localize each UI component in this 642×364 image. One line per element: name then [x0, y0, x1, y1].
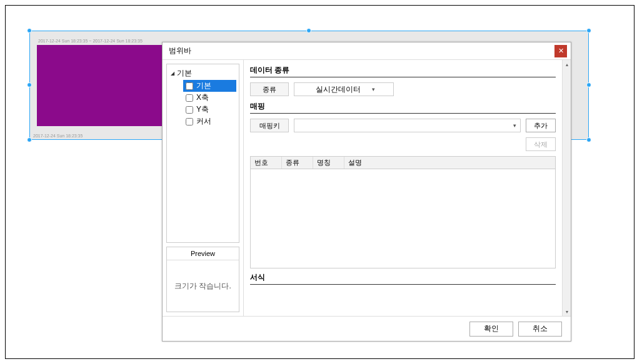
chevron-down-icon: ▾ [372, 86, 375, 92]
dialog-titlebar[interactable]: 범위바 ✕ [163, 42, 571, 60]
dialog-body: 기본 기본 X축 Y축 [163, 60, 571, 316]
section-mapping: 매핑 [250, 101, 556, 114]
tree-item-xaxis[interactable]: X축 [183, 92, 236, 104]
tree-item-basic[interactable]: 기본 [183, 80, 236, 92]
resize-handle-w[interactable] [27, 82, 32, 87]
preview-title: Preview [167, 247, 239, 260]
tree-checkbox[interactable] [186, 94, 193, 102]
section-format: 서식 [250, 272, 556, 285]
section-data-kind: 데이터 종류 [250, 65, 556, 77]
resize-handle-n[interactable] [306, 28, 311, 33]
scroll-down-icon[interactable]: ▾ [563, 307, 571, 316]
mapping-key-dropdown[interactable]: ▾ [294, 119, 521, 132]
col-desc[interactable]: 설명 [344, 157, 555, 169]
col-kind[interactable]: 종류 [282, 157, 313, 169]
dialog-left-pane: 기본 기본 X축 Y축 [163, 60, 244, 316]
tree-root[interactable]: 기본 [169, 68, 236, 79]
close-button[interactable]: ✕ [554, 45, 567, 57]
tree-checkbox[interactable] [186, 118, 193, 125]
dialog-right-pane: 데이터 종류 종류 실시간데이터 ▾ 매핑 매핑키 ▾ [244, 60, 571, 316]
mapping-key-label: 매핑키 [250, 119, 289, 132]
chevron-down-icon: ▾ [513, 122, 516, 129]
close-icon: ✕ [558, 47, 564, 55]
kind-value: 실시간데이터 [316, 84, 361, 95]
tree-root-label: 기본 [177, 68, 192, 79]
properties-dialog: 범위바 ✕ 기본 기본 [162, 42, 571, 342]
ok-button[interactable]: 확인 [469, 322, 513, 337]
resize-handle-sw[interactable] [27, 137, 32, 142]
kind-dropdown[interactable]: 실시간데이터 ▾ [294, 82, 394, 96]
timestamp-top: 2017-12-24 Sun 18:23:35 ~ 2017-12-24 Sun… [38, 39, 143, 43]
timestamp-bottom: 2017-12-24 Sun 18:23:35 [33, 134, 83, 138]
tree-item-yaxis[interactable]: Y축 [183, 104, 236, 116]
tree-item-cursor[interactable]: 커서 [183, 116, 236, 127]
tree-item-label: 커서 [196, 116, 211, 127]
col-no[interactable]: 번호 [251, 157, 282, 169]
col-name[interactable]: 명칭 [313, 157, 344, 169]
dialog-title: 범위바 [169, 46, 191, 56]
category-tree[interactable]: 기본 기본 X축 Y축 [166, 64, 239, 243]
kind-label: 종류 [250, 82, 289, 96]
app-frame: 2017-12-24 Sun 18:23:35 ~ 2017-12-24 Sun… [5, 5, 634, 359]
tree-checkbox[interactable] [186, 106, 193, 114]
tree-item-label: Y축 [196, 104, 209, 115]
tree-checkbox[interactable] [186, 82, 193, 90]
preview-panel: Preview 크기가 작습니다. [166, 247, 239, 312]
resize-handle-ne[interactable] [586, 28, 591, 33]
cancel-button[interactable]: 취소 [518, 322, 562, 337]
resize-handle-se[interactable] [586, 137, 591, 142]
delete-button[interactable]: 삭제 [526, 137, 556, 151]
vertical-scrollbar[interactable]: ▴ ▾ [562, 60, 571, 316]
mapping-grid[interactable]: 번호 종류 명칭 설명 [250, 156, 556, 268]
tree-item-label: X축 [196, 92, 209, 103]
resize-handle-nw[interactable] [27, 28, 32, 33]
preview-message: 크기가 작습니다. [167, 260, 239, 312]
dialog-footer: 확인 취소 [163, 316, 571, 341]
add-button[interactable]: 추가 [526, 119, 556, 132]
grid-header: 번호 종류 명칭 설명 [251, 157, 555, 169]
resize-handle-e[interactable] [586, 82, 591, 87]
scroll-up-icon[interactable]: ▴ [563, 60, 571, 69]
tree-item-label: 기본 [196, 81, 211, 91]
